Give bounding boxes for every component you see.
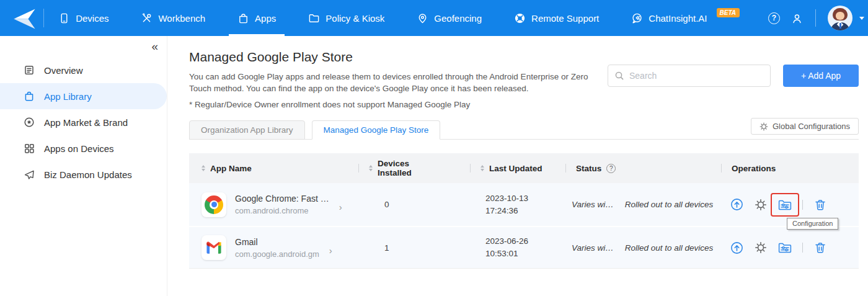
nav-item-remote-support[interactable]: Remote Support [510, 0, 603, 36]
row-expand-chevron-icon[interactable]: › [339, 202, 342, 212]
nav-items: Devices Workbench Apps Policy & Kiosk [55, 0, 768, 36]
app-name-block: Gmail com.google.android.gm [235, 237, 319, 259]
sidebar-item-label: App Market & Brand [44, 117, 128, 128]
app-package: com.google.android.gm [235, 249, 319, 259]
policy-kiosk-icon [308, 12, 320, 24]
nav-item-devices[interactable]: Devices [55, 0, 112, 36]
global-configurations-label: Global Configurations [773, 122, 850, 131]
nav-item-label: Geofencing [434, 13, 482, 24]
sidebar-item-app-market-brand[interactable]: App Market & Brand [0, 109, 167, 135]
account-chevron-down-icon[interactable] [859, 17, 864, 20]
remote-support-icon [514, 12, 526, 24]
trash-icon [814, 199, 826, 211]
devices-installed-cell: 1 [358, 243, 470, 253]
app-settings-button[interactable] [754, 241, 768, 254]
table-row-chrome: Google Chrome: Fast … com.android.chrome… [189, 183, 859, 226]
help-button[interactable]: ? [768, 12, 780, 24]
biz-daemon-icon [24, 169, 35, 180]
operations-divider [802, 243, 803, 253]
devices-installed-cell: 0 [358, 200, 470, 209]
table-header-row: App Name Devices Installed Last Updated … [189, 153, 859, 183]
page-note: * Regular/Device Owner enrollment does n… [189, 100, 859, 109]
main-content: Managed Google Play Store You can add Go… [167, 36, 868, 296]
status-help-icon[interactable]: ? [606, 164, 616, 173]
beta-badge: BETA [717, 8, 740, 17]
row-expand-chevron-icon[interactable]: › [329, 245, 332, 256]
release-update-button[interactable] [730, 198, 743, 212]
sidebar-item-apps-on-devices[interactable]: Apps on Devices [0, 135, 167, 161]
gear-icon [755, 199, 767, 211]
nav-item-label: ChatInsight.AI [649, 13, 707, 24]
trash-icon [814, 241, 826, 254]
add-app-button[interactable]: + Add App [783, 65, 859, 87]
sidebar-item-overview[interactable]: Overview [0, 57, 167, 83]
gear-icon [755, 241, 767, 254]
status-version: Varies wi… [572, 200, 614, 209]
sort-icon[interactable] [369, 165, 373, 171]
app-cell: Google Chrome: Fast … com.android.chrome… [189, 192, 358, 217]
app-name: Google Chrome: Fast … [235, 194, 329, 204]
column-label: Operations [732, 164, 776, 173]
tab-managed-google-play-store[interactable]: Managed Google Play Store [312, 120, 441, 140]
status-cell: Varies wi… Rolled out to all devices [565, 200, 721, 209]
column-header-operations: Operations [721, 153, 859, 183]
nav-item-geofencing[interactable]: Geofencing [413, 0, 485, 36]
release-update-button[interactable] [730, 241, 743, 254]
status-rollout: Rolled out to all devices [625, 200, 714, 209]
app-name: Gmail [235, 237, 319, 247]
paper-plane-logo-icon [11, 6, 37, 30]
updated-time: 10:53:01 [485, 248, 565, 260]
support-agent-button[interactable] [790, 12, 804, 25]
circle-arrow-up-icon [730, 241, 743, 254]
nav-item-label: Devices [76, 13, 108, 24]
nav-item-label: Apps [255, 13, 276, 24]
user-avatar[interactable] [828, 6, 852, 30]
column-label: Devices Installed [378, 159, 416, 177]
nav-item-label: Policy & Kiosk [326, 13, 384, 24]
brand-logo[interactable] [11, 6, 37, 30]
column-header-app-name: App Name [189, 153, 358, 183]
nav-item-policy-kiosk[interactable]: Policy & Kiosk [304, 0, 388, 36]
delete-app-button[interactable] [813, 198, 827, 212]
overview-icon [24, 65, 35, 76]
operations-cell: Configuration [721, 198, 859, 212]
configuration-tooltip: Configuration [787, 218, 838, 230]
column-label: App Name [210, 164, 252, 173]
nav-item-workbench[interactable]: Workbench [137, 0, 209, 36]
sidebar-item-app-library[interactable]: App Library [0, 83, 167, 109]
sidebar-item-biz-daemon-updates[interactable]: Biz Daemon Updates [0, 161, 167, 187]
tab-organization-app-library[interactable]: Organization App Library [189, 120, 305, 140]
sidebar-item-label: Biz Daemon Updates [44, 169, 132, 180]
nav-right-controls: ? [768, 6, 868, 30]
nav-item-apps[interactable]: Apps [234, 0, 280, 36]
column-label: Last Updated [489, 164, 542, 173]
sort-icon[interactable] [480, 165, 484, 171]
app-package: com.android.chrome [235, 206, 329, 215]
circle-arrow-up-icon [730, 198, 743, 211]
sidebar-item-label: App Library [44, 91, 92, 102]
apps-icon [237, 12, 249, 24]
sort-icon[interactable] [202, 165, 205, 171]
page-description: You can add Google Play apps and release… [189, 71, 592, 94]
search-box[interactable] [608, 65, 771, 87]
column-header-last-updated: Last Updated [470, 153, 565, 183]
gear-icon [760, 122, 768, 131]
configuration-folder-icon [778, 241, 792, 254]
global-configurations-button[interactable]: Global Configurations [751, 118, 859, 135]
sidebar-item-label: Overview [44, 65, 83, 76]
updated-date: 2023-06-26 [485, 235, 565, 248]
delete-app-button[interactable] [813, 241, 827, 254]
configuration-button[interactable] [778, 241, 792, 254]
app-settings-button[interactable] [754, 198, 768, 212]
devices-icon [58, 12, 70, 24]
nav-item-chatinsight[interactable]: ChatInsight.AI BETA [627, 0, 743, 36]
sidebar-menu: Overview App Library App Market & Brand [0, 57, 167, 187]
sidebar-item-label: Apps on Devices [44, 143, 114, 154]
operations-divider [802, 200, 803, 210]
app-name-block: Google Chrome: Fast … com.android.chrome [235, 194, 329, 215]
operations-cell [721, 241, 859, 254]
search-input[interactable] [629, 71, 764, 81]
sidebar-collapse-icon[interactable]: « [151, 40, 158, 52]
configuration-button[interactable]: Configuration [778, 198, 792, 212]
nav-divider [815, 9, 816, 27]
